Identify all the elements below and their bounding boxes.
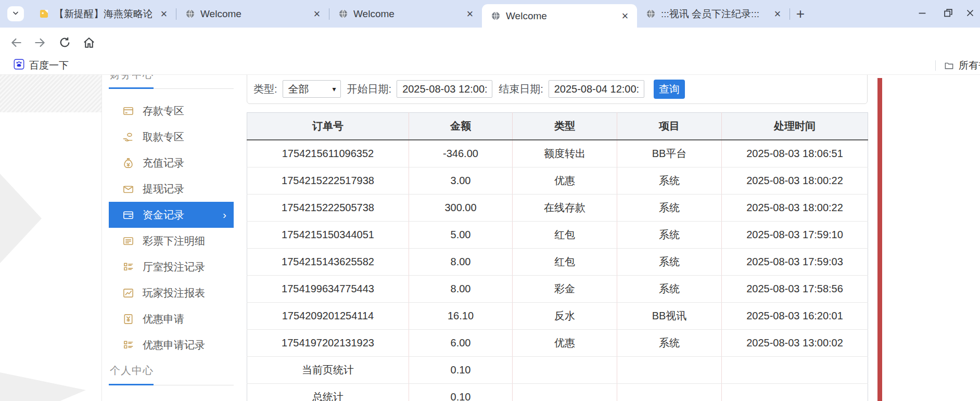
sidebar-item-7[interactable]: 厅室投注记录: [109, 254, 234, 280]
sidebar-item-3[interactable]: 充值记录: [109, 150, 234, 176]
browser-tab[interactable]: Welcome×: [176, 0, 329, 28]
table-cell: 1754199634775443: [247, 276, 409, 303]
table-cell: 2025-08-03 17:59:10: [722, 222, 868, 249]
sidebar-item-9[interactable]: 优惠申请: [109, 306, 234, 332]
sidebar-item-2[interactable]: 取款专区: [109, 124, 234, 150]
cash-envelope-icon: [122, 183, 134, 195]
baidu-paw-icon: [14, 59, 24, 72]
table-row: 175420920125411416.10反水BB视讯2025-08-03 16…: [247, 303, 868, 330]
sidebar-item-10[interactable]: 优惠申请记录: [109, 332, 234, 358]
sidebar-item-label: 提现记录: [143, 182, 184, 196]
section-underline: [109, 384, 234, 385]
tab-title: :::视讯 会员下注纪录:::: [661, 7, 766, 21]
table-cell: 2025-08-03 16:20:01: [722, 303, 868, 330]
table-cell: BB视讯: [617, 303, 722, 330]
table-cell: 1754215222505738: [247, 195, 409, 222]
browser-tab[interactable]: Welcome×: [329, 0, 482, 28]
background-texture: [0, 75, 101, 112]
filter-panel: 类型: 全部 ▾ 开始日期: 结束日期: 查询: [247, 75, 868, 104]
minimize-button[interactable]: [909, 0, 935, 28]
background-triangle-decoration: [0, 372, 86, 401]
globe-favicon-icon: [338, 9, 348, 19]
sidebar-item-label: 优惠申请记录: [143, 338, 205, 352]
table-row: 17542152225179383.00优惠系统2025-08-03 18:00…: [247, 167, 868, 195]
table-cell: 5.00: [409, 222, 513, 249]
wallet-icon: [122, 209, 134, 221]
sidebar-item-label: 充值记录: [143, 156, 184, 170]
sidebar-item-5[interactable]: 资金记录›: [109, 202, 234, 228]
browser-tab[interactable]: :::视讯 会员下注纪录:::×: [637, 0, 790, 28]
page-scrollbar[interactable]: [877, 78, 882, 401]
sidebar-item-1[interactable]: 存款专区: [109, 98, 234, 124]
table-cell: 2025-08-03 17:59:03: [722, 249, 868, 276]
type-label: 类型:: [253, 82, 277, 96]
home-icon[interactable]: [82, 36, 96, 49]
table-cell: 2025-08-03 17:58:56: [722, 276, 868, 303]
sidebar-item-8[interactable]: 玩家投注报表: [109, 280, 234, 306]
tab-close-icon[interactable]: ×: [463, 7, 477, 21]
table-cell: [513, 384, 617, 401]
close-window-button[interactable]: [961, 0, 980, 28]
table-cell: 在线存款: [513, 195, 617, 222]
table-row: 17541972021319236.00优惠系统2025-08-03 13:00…: [247, 330, 868, 357]
type-select[interactable]: 全部 ▾: [283, 80, 341, 98]
deposit-card-icon: [122, 105, 134, 117]
table-cell: [617, 384, 722, 401]
restore-button[interactable]: [935, 0, 961, 28]
bookmark-baidu[interactable]: 百度一下: [14, 56, 69, 75]
close-window-icon: [964, 7, 976, 21]
restore-window-icon: [943, 7, 954, 21]
list-grid-icon: [122, 261, 134, 273]
column-header: 项目: [617, 113, 722, 140]
table-cell: 反水: [513, 303, 617, 330]
table-cell: 系统: [617, 167, 722, 195]
chart-report-icon: [122, 287, 134, 299]
select-chevron-icon: ▾: [333, 85, 336, 93]
table-cell: 8.00: [409, 276, 513, 303]
table-cell: 6.00: [409, 330, 513, 357]
table-cell: 红包: [513, 222, 617, 249]
minimize-icon: [917, 7, 928, 21]
background-triangle-decoration: [0, 174, 42, 263]
forward-icon[interactable]: [33, 36, 47, 49]
table-cell: [722, 357, 868, 384]
tab-close-icon[interactable]: ×: [618, 9, 632, 23]
sidebar-item-6[interactable]: 彩票下注明细: [109, 228, 234, 254]
content-left-divider: [101, 75, 102, 401]
type-select-value: 全部: [288, 82, 333, 96]
table-row: 17541996347754438.00彩金系统2025-08-03 17:58…: [247, 276, 868, 303]
tab-close-icon[interactable]: ×: [310, 7, 324, 21]
query-button[interactable]: 查询: [654, 80, 685, 99]
table-cell: 1754215222517938: [247, 167, 409, 195]
globe-favicon-icon: [185, 9, 195, 19]
sidebar-item-label: 取款专区: [143, 130, 184, 144]
coupon-icon: [122, 313, 134, 325]
start-date-input[interactable]: [397, 80, 492, 98]
table-cell: 0.10: [409, 384, 513, 401]
table-cell: 2025-08-03 18:00:22: [722, 167, 868, 195]
tab-title: 【新提醒】海燕策略论坛综合交: [54, 7, 152, 21]
personal-section-heading: 个人中心: [110, 364, 154, 378]
back-icon[interactable]: [9, 36, 23, 49]
all-bookmarks-button[interactable]: 所有书签: [959, 56, 980, 75]
list-detail-icon: [122, 235, 134, 247]
tab-close-icon[interactable]: ×: [157, 7, 171, 21]
tab-search-button[interactable]: [7, 6, 24, 21]
tab-title: Welcome: [200, 8, 305, 20]
browser-tab[interactable]: Welcome×: [482, 4, 637, 28]
sidebar-item-4[interactable]: 提现记录: [109, 176, 234, 202]
sidebar-item-label: 优惠申请: [143, 312, 184, 326]
table-cell: 当前页统计: [247, 357, 409, 384]
end-date-input[interactable]: [549, 80, 644, 98]
tab-close-icon[interactable]: ×: [771, 7, 784, 21]
new-tab-button[interactable]: +: [790, 4, 811, 24]
bookmark-label: 百度一下: [29, 59, 69, 72]
table-cell: 系统: [617, 276, 722, 303]
browser-tab-strip: 【新提醒】海燕策略论坛综合交×Welcome×Welcome×Welcome×:…: [0, 0, 980, 28]
table-cell: 彩金: [513, 276, 617, 303]
reload-icon[interactable]: [58, 36, 72, 49]
browser-tab[interactable]: 【新提醒】海燕策略论坛综合交×: [30, 0, 176, 28]
table-row: 17542151503440515.00红包系统2025-08-03 17:59…: [247, 222, 868, 249]
sidebar-item-label: 彩票下注明细: [143, 234, 205, 248]
table-cell: 16.10: [409, 303, 513, 330]
